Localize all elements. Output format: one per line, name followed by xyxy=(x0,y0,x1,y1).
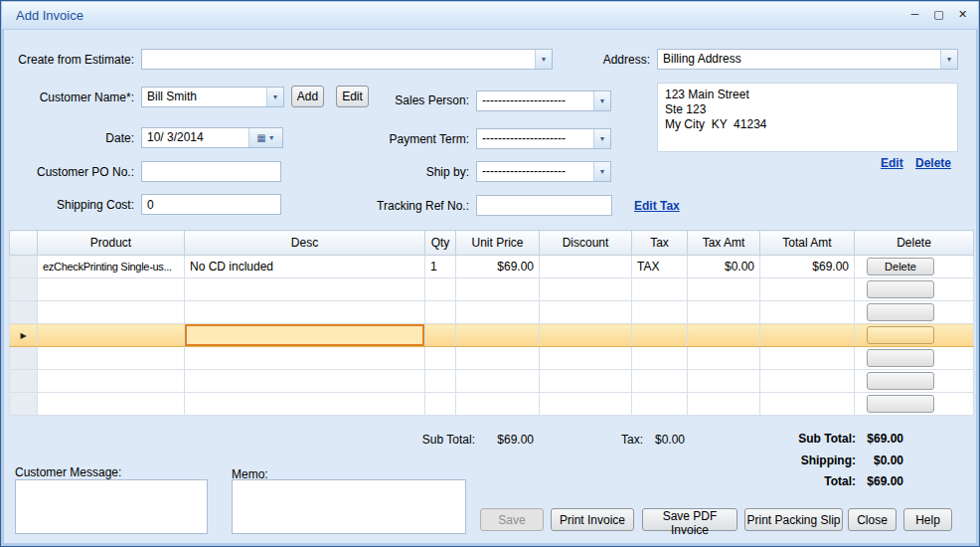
add-customer-button[interactable]: Add xyxy=(291,86,324,107)
address-edit-link[interactable]: Edit xyxy=(881,156,903,170)
shipping-cost-input[interactable] xyxy=(141,194,281,215)
help-button[interactable]: Help xyxy=(903,508,952,531)
row-selector-cell[interactable] xyxy=(10,256,38,278)
total-amt-cell[interactable] xyxy=(760,324,855,347)
tax-amt-cell[interactable] xyxy=(688,301,760,324)
memo-input[interactable] xyxy=(232,479,466,534)
qty-cell[interactable]: 1 xyxy=(425,256,456,278)
tax-amt-cell[interactable] xyxy=(688,278,760,301)
sales-person-dropdown[interactable]: --------------------- ▼ xyxy=(476,91,611,111)
qty-cell[interactable] xyxy=(425,301,456,324)
dropdown-arrow-icon[interactable]: ▼ xyxy=(593,162,610,181)
desc-cell[interactable] xyxy=(185,278,425,301)
dropdown-arrow-icon[interactable]: ▼ xyxy=(593,91,610,110)
maximize-icon[interactable]: ▢ xyxy=(931,7,946,22)
edit-tax-link[interactable]: Edit Tax xyxy=(634,199,680,213)
row-delete-button[interactable] xyxy=(867,395,934,413)
print-invoice-button[interactable]: Print Invoice xyxy=(551,508,634,531)
unit-price-cell[interactable] xyxy=(456,301,540,324)
unit-price-cell[interactable]: $69.00 xyxy=(456,256,540,278)
save-button[interactable]: Save xyxy=(480,508,544,531)
row-selector-cell[interactable] xyxy=(10,347,38,370)
tax-cell[interactable]: TAX xyxy=(632,256,688,278)
discount-cell[interactable] xyxy=(540,301,632,324)
product-cell[interactable]: ezCheckPrinting Single-us... xyxy=(38,256,185,278)
discount-cell[interactable] xyxy=(540,347,632,370)
row-delete-button[interactable] xyxy=(867,349,934,367)
address-dropdown[interactable]: Billing Address ▼ xyxy=(657,49,958,70)
dropdown-arrow-icon[interactable]: ▼ xyxy=(593,129,610,148)
total-amt-cell[interactable] xyxy=(760,393,855,416)
row-delete-button[interactable] xyxy=(867,326,934,344)
discount-cell[interactable] xyxy=(540,278,632,301)
product-cell[interactable] xyxy=(38,278,185,301)
tax-cell[interactable] xyxy=(632,278,688,301)
qty-cell[interactable] xyxy=(425,370,456,393)
unit-price-cell[interactable] xyxy=(456,393,540,416)
row-delete-button[interactable] xyxy=(867,280,934,298)
date-picker[interactable]: 10/ 3/2014 ▦ ▼ xyxy=(141,127,283,148)
desc-cell[interactable] xyxy=(185,393,425,416)
edit-customer-button[interactable]: Edit xyxy=(336,86,369,107)
row-selector-cell[interactable] xyxy=(10,301,38,324)
row-delete-button[interactable] xyxy=(867,303,934,321)
row-delete-button[interactable]: Delete xyxy=(867,258,934,275)
row-selector-cell[interactable] xyxy=(10,393,38,416)
total-amt-cell[interactable]: $69.00 xyxy=(760,256,855,278)
ship-by-dropdown[interactable]: --------------------- ▼ xyxy=(476,161,611,182)
total-amt-cell[interactable] xyxy=(760,301,855,324)
qty-cell[interactable] xyxy=(425,278,456,301)
current-row-arrow-icon[interactable]: ▶ xyxy=(10,324,38,347)
tax-amt-cell[interactable] xyxy=(688,347,760,370)
unit-price-cell[interactable] xyxy=(456,370,540,393)
desc-cell[interactable] xyxy=(185,301,425,324)
print-packing-slip-button[interactable]: Print Packing Slip xyxy=(744,508,843,531)
total-amt-cell[interactable] xyxy=(760,370,855,393)
tax-amt-cell[interactable] xyxy=(688,324,760,347)
tax-cell[interactable] xyxy=(632,324,688,347)
customer-message-input[interactable] xyxy=(15,479,208,534)
qty-cell[interactable] xyxy=(425,347,456,370)
dropdown-arrow-icon[interactable]: ▼ xyxy=(940,50,957,69)
close-button[interactable]: Close xyxy=(848,508,897,531)
close-icon[interactable]: ✕ xyxy=(955,7,970,22)
save-pdf-invoice-button[interactable]: Save PDF Invoice xyxy=(642,508,737,531)
qty-cell[interactable] xyxy=(425,393,456,416)
product-cell[interactable] xyxy=(38,301,185,324)
tax-amt-cell[interactable] xyxy=(688,370,760,393)
dropdown-arrow-icon[interactable]: ▼ xyxy=(266,88,283,106)
total-amt-cell[interactable] xyxy=(760,347,855,370)
discount-cell[interactable] xyxy=(540,324,632,347)
tax-cell[interactable] xyxy=(632,347,688,370)
discount-cell[interactable] xyxy=(540,393,632,416)
product-cell[interactable] xyxy=(38,324,185,347)
create-from-estimate-dropdown[interactable]: ▼ xyxy=(141,49,553,70)
row-selector-cell[interactable] xyxy=(10,370,38,393)
desc-cell[interactable] xyxy=(185,370,425,393)
total-amt-cell[interactable] xyxy=(760,278,855,301)
desc-cell[interactable]: No CD included xyxy=(185,256,425,278)
tax-amt-cell[interactable]: $0.00 xyxy=(688,256,760,278)
qty-cell[interactable] xyxy=(425,324,456,347)
customer-po-input[interactable] xyxy=(141,161,281,182)
unit-price-cell[interactable] xyxy=(456,278,540,301)
unit-price-cell[interactable] xyxy=(456,347,540,370)
product-cell[interactable] xyxy=(38,370,185,393)
payment-term-dropdown[interactable]: --------------------- ▼ xyxy=(476,128,611,149)
date-picker-button[interactable]: ▦ ▼ xyxy=(248,128,282,147)
product-cell[interactable] xyxy=(38,347,185,370)
row-selector-cell[interactable] xyxy=(10,278,38,301)
tax-cell[interactable] xyxy=(632,301,688,324)
desc-cell-selected[interactable] xyxy=(185,324,425,347)
unit-price-cell[interactable] xyxy=(456,324,540,347)
customer-name-dropdown[interactable]: Bill Smith ▼ xyxy=(141,87,284,107)
discount-cell[interactable] xyxy=(540,370,632,393)
tracking-ref-input[interactable] xyxy=(476,195,612,216)
tax-cell[interactable] xyxy=(632,370,688,393)
dropdown-arrow-icon[interactable]: ▼ xyxy=(535,50,552,69)
desc-cell[interactable] xyxy=(185,347,425,370)
tax-amt-cell[interactable] xyxy=(688,393,760,416)
row-delete-button[interactable] xyxy=(867,372,934,390)
address-delete-link[interactable]: Delete xyxy=(915,156,951,170)
discount-cell[interactable] xyxy=(540,256,632,278)
